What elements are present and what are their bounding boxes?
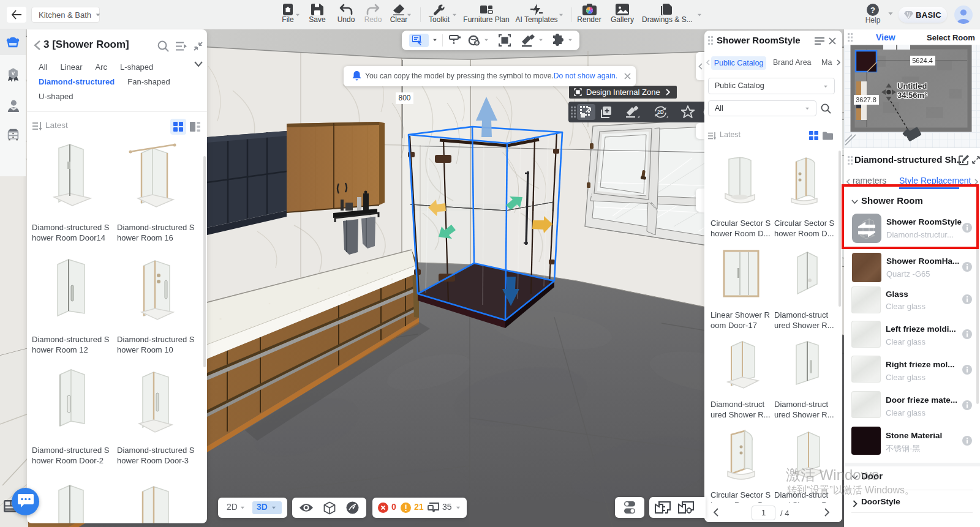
svg-text:3627.8: 3627.8	[856, 96, 876, 103]
svg-text:?: ?	[870, 6, 875, 15]
svg-text:V: V	[11, 71, 15, 77]
svg-text:2D: 2D	[657, 109, 664, 115]
svg-text:34.56m²: 34.56m²	[897, 91, 927, 100]
svg-text:5624.4: 5624.4	[912, 57, 933, 64]
svg-text:Untitled: Untitled	[897, 81, 927, 91]
